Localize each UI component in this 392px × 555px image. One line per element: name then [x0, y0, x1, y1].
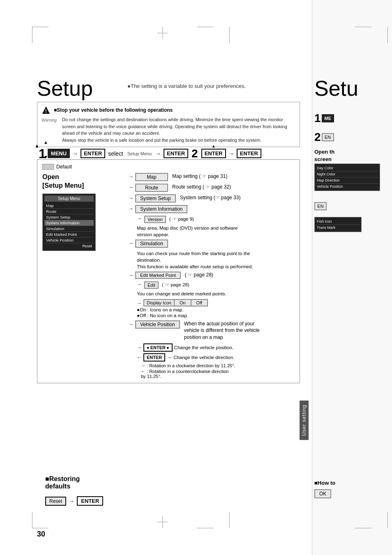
- menu-row-route: → Route Route setting ( ☞ page 32): [129, 184, 295, 192]
- setup-menu-item-edit: Edit Marked Point: [44, 232, 94, 237]
- right-screen-text: screen: [314, 156, 332, 162]
- right-open-text: Open th: [314, 149, 334, 155]
- system-setup-button[interactable]: System Setup: [135, 194, 176, 203]
- sub-row-version: → Version ( ☞ page 9): [137, 216, 295, 223]
- page-number: 30: [37, 530, 45, 539]
- rotation-ccw: ← : Rotation in a counterclockwise direc…: [141, 369, 295, 379]
- edit-page-ref: ( ☞ page 28): [182, 272, 213, 279]
- setup-menu-item-simulation: Simulation: [44, 226, 94, 232]
- arrow-right-1: →: [72, 150, 78, 157]
- map-desc: Map setting ( ☞ page 31): [170, 173, 227, 180]
- step1-arrows: ▲: [44, 140, 48, 145]
- bullet-off: ●Off : No icon on a map.: [137, 313, 295, 318]
- system-setup-desc: System setting (☞ page 33): [178, 194, 241, 201]
- setup-menu-item-system-setup: System Setup: [44, 214, 94, 220]
- right-panel: Setu 1 ME 2 EN Open th screen Day Color …: [312, 0, 392, 555]
- select-text: select: [108, 150, 123, 157]
- setup-menu-text: Setup Menu: [127, 151, 152, 156]
- menu-row-vehicle: → Vehicle Position When the actual posit…: [129, 320, 295, 341]
- vehicle-position-button[interactable]: Vehicle Position: [135, 320, 180, 329]
- setup-menu-image: Setup Menu Map Route System Setup System…: [42, 193, 96, 251]
- step2-number: 2: [191, 147, 198, 160]
- simulation-body1: You can check your route from the starti…: [137, 250, 295, 270]
- arrow-display-icon: →: [137, 300, 142, 306]
- arrow-enter-dir2: →: [167, 355, 172, 360]
- restore-heading: ■Restoringdefaults: [45, 475, 80, 490]
- color-item-4: Vehicle Position: [316, 184, 378, 189]
- enter-button-2[interactable]: ENTER: [164, 149, 188, 158]
- open-setup-heading: Open[Setup Menu]: [42, 173, 125, 190]
- arrow-enter-pos: →: [137, 345, 142, 350]
- right-panel-title: Setu: [314, 76, 358, 101]
- version-desc: ( ☞ page 9): [168, 216, 194, 222]
- sub-item-1: Fish Icon: [316, 219, 360, 225]
- right-menu-button: ME: [322, 114, 334, 122]
- warning-icon: !: [42, 106, 51, 115]
- warning-title: ■Stop your vehicle before the following …: [54, 106, 173, 114]
- arrow-edit-sub: →: [137, 281, 142, 287]
- setup-menu-reset: Reset: [44, 243, 94, 249]
- default-color-box: [42, 164, 54, 170]
- menu-row-map: → Map Map setting ( ☞ page 31): [129, 173, 295, 181]
- arrow-simulation: →: [129, 240, 134, 246]
- right-sub-menu: Fish Icon Trans Mark: [314, 217, 362, 232]
- edit-button[interactable]: Edit: [144, 281, 159, 289]
- main-content-box: Default Open[Setup Menu] Setup Menu Map …: [37, 159, 300, 383]
- reset-button[interactable]: Reset: [45, 497, 66, 506]
- setup-menu-title: Setup Menu: [44, 196, 94, 202]
- right-color-box: Day Color Night Color Map Direction Vehi…: [314, 164, 380, 191]
- right-enter-button: EN: [322, 133, 334, 141]
- default-text: Default: [56, 164, 72, 170]
- restore-enter-button[interactable]: ENTER: [77, 496, 103, 506]
- enter-button-1[interactable]: ENTER: [81, 149, 105, 158]
- default-label-row: Default: [42, 164, 295, 170]
- arrow-system-setup: →: [129, 195, 134, 201]
- restore-arrow: →: [69, 498, 74, 504]
- color-item-3: Map Direction: [316, 177, 378, 184]
- simulation-button[interactable]: Simulation: [135, 240, 168, 248]
- menu-row-edit: → Edit Marked Point ( ☞ page 28): [129, 272, 295, 279]
- right-ok-row: OK: [314, 489, 331, 498]
- enter-direction-button[interactable]: ENTER: [143, 353, 165, 362]
- enter-button-4[interactable]: ENTER: [237, 149, 261, 158]
- right-step-2: 2 EN: [314, 131, 334, 144]
- off-button[interactable]: Off: [191, 299, 208, 306]
- display-icon-button[interactable]: Display Icon: [143, 299, 175, 306]
- system-information-button[interactable]: System Information: [135, 205, 187, 213]
- ok-button[interactable]: OK: [314, 489, 331, 498]
- right-step2-number: 2: [314, 131, 321, 144]
- sub-item-2: Trans Mark: [316, 225, 360, 230]
- arrow-version: →: [137, 216, 142, 221]
- arrow-enter-dir: ←: [137, 355, 142, 360]
- setup-menu-item-map: Map: [44, 203, 94, 209]
- right-how-to: ■How to: [314, 480, 335, 486]
- on-button[interactable]: On: [175, 299, 191, 306]
- enter-button-3[interactable]: ENTER: [201, 149, 226, 158]
- color-item-1: Day Color: [316, 165, 378, 171]
- menu-row-system-info: → System Information: [129, 205, 295, 213]
- edit-sub-desc: ( ☞ page 28): [160, 281, 189, 288]
- enter-position-desc: Change the vehicle position.: [174, 345, 234, 350]
- arrow-route: →: [129, 184, 134, 190]
- edit-marked-point-button[interactable]: Edit Marked Point: [135, 272, 181, 279]
- right-step-1: 1 ME: [314, 112, 334, 125]
- enter-position-button[interactable]: ●ENTER●: [143, 343, 173, 352]
- right-step1-number: 1: [314, 112, 321, 125]
- right-enter-row: EN: [314, 202, 327, 210]
- system-info-body: Map area, Map disc (DVD) version and sof…: [137, 225, 295, 238]
- right-enter-btn: EN: [314, 202, 327, 210]
- route-button[interactable]: Route: [135, 184, 168, 192]
- version-button[interactable]: Version: [144, 216, 166, 223]
- enter-direction-desc: Change the vehicle direction.: [173, 355, 234, 360]
- menu-row-simulation: → Simulation: [129, 240, 295, 248]
- user-setting-label: User setting: [300, 401, 309, 440]
- map-button[interactable]: Map: [135, 173, 168, 181]
- route-desc: Route setting ( ☞ page 32): [170, 184, 231, 191]
- page-subtitle: ●The setting is a variable to suit your …: [127, 83, 246, 89]
- menu-button[interactable]: MENU: [48, 149, 70, 158]
- page-title: Setup: [37, 76, 93, 101]
- setup-menu-item-route: Route: [44, 209, 94, 214]
- warning-body: Do not change the settings and destinati…: [62, 116, 295, 143]
- display-icon-row: → Display Icon On Off: [137, 299, 295, 306]
- enter-direction-row: ← ENTER → Change the vehicle direction.: [137, 353, 295, 362]
